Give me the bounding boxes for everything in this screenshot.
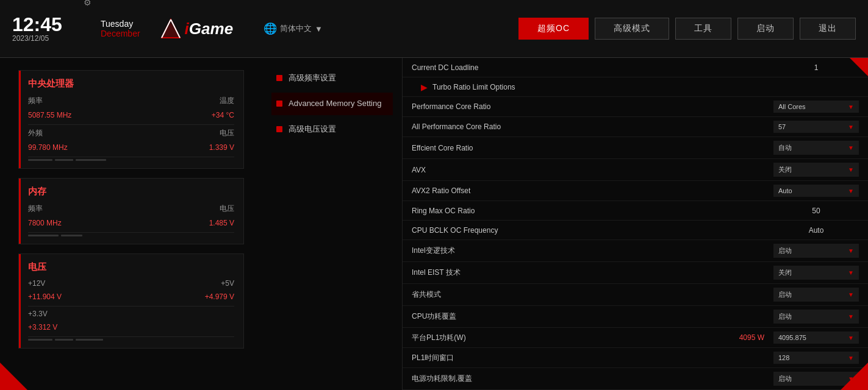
menu-item-voltage-settings[interactable]: 高级电压设置 (271, 118, 393, 141)
header-month: December (101, 29, 140, 38)
setting-row-6: CPU BCLK OC Frequency Auto (403, 221, 868, 240)
setting-value-wrap-5: 50 (773, 207, 859, 215)
lang-dropdown-arrow: ▼ (315, 24, 323, 34)
cpu-ext-val-row: 99.780 MHz 1.339 V (28, 143, 234, 152)
clock-display: 12:45 2023/12/05 (12, 15, 85, 43)
cpu-temp-label: 温度 (220, 96, 234, 106)
dropdown-arrow-10: ▼ (848, 313, 854, 320)
clock-time: 12:45 (12, 15, 85, 34)
dropdown-value-7: 启动 (778, 246, 792, 255)
cpu-freq-label: 频率 (28, 96, 43, 106)
setting-plain-5: 50 (773, 207, 859, 215)
turbo-ratio-label: Turbo Ratio Limit Options (432, 83, 515, 91)
mem-freq-row: 频率 电压 (28, 204, 234, 214)
cpu-freq-val-row: 5087.55 MHz +34 °C (28, 111, 234, 119)
logo-game: Game (189, 20, 233, 38)
setting-dropdown-11[interactable]: 4095.875 ▼ (773, 332, 859, 344)
dropdown-arrow-1: ▼ (848, 124, 854, 130)
dropdown-value-1: 57 (778, 123, 786, 130)
mem-freq-val-row: 7800 MHz 1.485 V (28, 219, 234, 227)
setting-dropdown-10[interactable]: 启动 ▼ (773, 310, 859, 324)
dropdown-value-0: All Cores (778, 103, 806, 110)
volt-12v-val-row: +11.904 V +4.979 V (28, 292, 234, 301)
setting-dropdown-7[interactable]: 启动 ▼ (773, 244, 859, 258)
setting-row-dc-loadline: Current DC Loadline 1 (403, 58, 868, 77)
setting-dropdown-2[interactable]: 自动 ▼ (773, 141, 859, 155)
cpu-temp-value: +34 °C (212, 111, 234, 119)
nav-btn-tools[interactable]: 工具 (675, 18, 731, 40)
dropdown-arrow-0: ▼ (848, 104, 854, 110)
setting-plain-6: Auto (773, 226, 859, 235)
setting-highlight-11: 4095 W (734, 333, 764, 342)
volt-divider (28, 306, 234, 307)
setting-name-4: AVX2 Ratio Offset (412, 186, 773, 195)
dropdown-arrow-12: ▼ (848, 355, 854, 361)
setting-value-wrap-2: 自动 ▼ (773, 141, 859, 155)
dropdown-arrow-3: ▼ (848, 166, 854, 173)
setting-dropdown-4[interactable]: Auto ▼ (773, 185, 859, 197)
setting-value-wrap-12: 128 ▼ (773, 352, 859, 364)
setting-row-1: All Performance Core Ratio 57 ▼ (403, 117, 868, 137)
setting-row-10: CPU功耗覆盖 启动 ▼ (403, 306, 868, 328)
dropdown-value-4: Auto (778, 187, 792, 194)
menu-item-memory-settings[interactable]: Advanced Memory Setting (271, 93, 393, 115)
setting-name-1: All Performance Core Ratio (412, 122, 773, 131)
volt-5v-label: +5V (221, 279, 234, 288)
cpu-ext-row: 外频 电压 (28, 128, 234, 138)
setting-value-wrap-1: 57 ▼ (773, 121, 859, 133)
volt-5v-value: +4.979 V (205, 292, 234, 301)
setting-name-6: CPU BCLK OC Frequency (412, 226, 773, 235)
setting-name-7: Intel变逻技术 (412, 246, 773, 256)
dropdown-arrow-4: ▼ (848, 188, 854, 194)
cpu-volt-value: 1.339 V (209, 143, 234, 152)
nav-btn-oc[interactable]: 超频OC (518, 18, 589, 40)
menu-label-freq: 高级频率设置 (289, 73, 336, 83)
setting-name-10: CPU功耗覆盖 (412, 311, 773, 322)
main-content: 中央处理器 频率 温度 5087.55 MHz +34 °C 外频 电压 99.… (0, 58, 868, 390)
mem-volt-value: 1.485 V (209, 219, 234, 227)
setting-row-turbo-ratio[interactable]: ▶ Turbo Ratio Limit Options (403, 77, 868, 97)
setting-dropdown-1[interactable]: 57 ▼ (773, 121, 859, 133)
setting-name-0: Performance Core Ratio (412, 102, 773, 111)
left-sidebar: 中央处理器 频率 温度 5087.55 MHz +34 °C 外频 电压 99.… (0, 58, 262, 390)
cpu-volt-label: 电压 (220, 128, 234, 138)
middle-menu-panel: 高级频率设置 Advanced Memory Setting 高级电压设置 (262, 58, 403, 390)
setting-row-12: PL1时间窗口 128 ▼ (403, 348, 868, 368)
header: ⚙ 12:45 2023/12/05 Tuesday December iGam… (0, 0, 868, 58)
setting-dropdown-12[interactable]: 128 ▼ (773, 352, 859, 364)
nav-buttons: 超频OC 高级模式 工具 启动 退出 (518, 18, 856, 40)
setting-name-5: Ring Max OC Ratio (412, 207, 773, 215)
volt-12v-label: +12V (28, 279, 45, 288)
dropdown-arrow-2: ▼ (848, 144, 854, 151)
memory-card: 内存 频率 电压 7800 MHz 1.485 V (18, 178, 244, 244)
setting-row-8: Intel EIST 技术 关闭 ▼ (403, 262, 868, 284)
cpu-ext-value: 99.780 MHz (28, 143, 68, 152)
setting-row-3: AVX 关闭 ▼ (403, 159, 868, 181)
dropdown-value-13: 启动 (778, 374, 792, 383)
dropdown-value-2: 自动 (778, 143, 792, 152)
menu-item-freq-settings[interactable]: 高级频率设置 (271, 67, 393, 90)
dropdown-value-3: 关闭 (778, 165, 792, 174)
dropdown-arrow-9: ▼ (848, 291, 854, 298)
gear-icon: ⚙ (84, 0, 91, 7)
setting-dropdown-3[interactable]: 关闭 ▼ (773, 163, 859, 177)
setting-row-0: Performance Core Ratio All Cores ▼ (403, 97, 868, 117)
dropdown-arrow-7: ▼ (848, 247, 854, 254)
mem-volt-label: 电压 (220, 204, 234, 214)
mem-freq-value: 7800 MHz (28, 219, 62, 227)
language-selector[interactable]: 🌐 简体中文 ▼ (264, 22, 323, 35)
nav-btn-advanced[interactable]: 高级模式 (595, 18, 669, 40)
arrow-right-icon: ▶ (421, 82, 428, 92)
setting-dropdown-8[interactable]: 关闭 ▼ (773, 266, 859, 280)
setting-dropdown-0[interactable]: All Cores ▼ (773, 101, 859, 113)
date-day-month: Tuesday December (101, 19, 140, 38)
setting-name-13: 电源功耗限制,覆盖 (412, 374, 773, 384)
nav-btn-exit[interactable]: 退出 (800, 18, 856, 40)
mem-card-title: 内存 (28, 186, 234, 197)
setting-dropdown-9[interactable]: 启动 ▼ (773, 288, 859, 302)
nav-btn-boot[interactable]: 启动 (737, 18, 794, 40)
setting-value-wrap-9: 启动 ▼ (773, 288, 859, 302)
cpu-ext-label: 外频 (28, 128, 43, 138)
setting-row-2: Effcient Core Ratio 自动 ▼ (403, 137, 868, 159)
setting-row-4: AVX2 Ratio Offset Auto ▼ (403, 181, 868, 201)
